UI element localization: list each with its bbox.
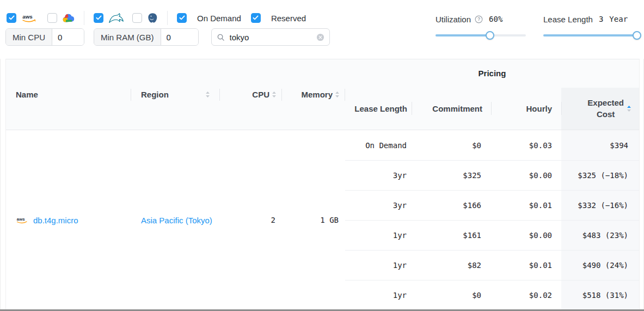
- pricing-row: 1yr $82 $0.01 $490 (24%): [345, 250, 639, 280]
- hourly-cell: $0.01: [491, 191, 561, 220]
- hourly-cell: $0.03: [491, 130, 561, 160]
- expected-cost-cell: $325 (−18%): [561, 161, 639, 190]
- min-ram-filter: Min RAM (GB): [94, 28, 199, 46]
- pricing-row: On Demand $0 $0.03 $394: [345, 130, 639, 160]
- search-input[interactable]: [229, 32, 312, 42]
- expected-cost-cell: $518 (31%): [561, 280, 639, 310]
- value-filters-row: Min CPU Min RAM (GB): [5, 28, 330, 46]
- instance-region-link[interactable]: Asia Pacific (Tokyo): [141, 216, 212, 225]
- mysql-icon: [108, 13, 125, 24]
- hourly-cell: $0.01: [491, 251, 561, 280]
- expected-cost-cell: $332 (−16%): [561, 191, 639, 220]
- help-icon[interactable]: ?: [475, 15, 483, 23]
- pricing-row: 3yr $166 $0.01 $332 (−16%): [345, 190, 639, 220]
- instance-name-cell: aws db.t4g.micro: [6, 216, 131, 225]
- pricing-rows: On Demand $0 $0.03 $394 3yr $325 $0.00 $…: [345, 130, 639, 310]
- instance-region-cell: Asia Pacific (Tokyo): [131, 216, 220, 225]
- hourly-cell: $0.00: [491, 221, 561, 250]
- expected-cost-cell: $394: [561, 130, 639, 160]
- pricing-subheaders: Lease Length Commitment Hourly Expected …: [345, 88, 639, 130]
- filter-group-divider: [167, 11, 168, 25]
- lease-cell: 1yr: [345, 280, 412, 310]
- column-header-name: Name: [6, 59, 131, 130]
- min-ram-input[interactable]: [161, 29, 198, 45]
- lease-cell: 3yr: [345, 161, 412, 190]
- reserved-toggle: Reserved: [251, 13, 306, 23]
- postgresql-icon: [147, 13, 158, 24]
- hourly-cell: $0.02: [491, 280, 561, 310]
- column-header-hourly: Hourly: [491, 88, 561, 130]
- check-icon: [96, 15, 102, 20]
- check-icon: [9, 15, 15, 20]
- commitment-cell: $0: [412, 280, 491, 310]
- lease-length-control: Lease Length 3 Year: [543, 14, 637, 40]
- commitment-cell: $161: [412, 221, 491, 250]
- lease-cell: 3yr: [345, 191, 412, 220]
- instance-memory-cell: 1 GB: [282, 216, 345, 224]
- lease-cell: 1yr: [345, 221, 412, 250]
- gcp-logo-icon: [62, 14, 75, 23]
- lease-cell: 1yr: [345, 251, 412, 280]
- svg-text:?: ?: [477, 16, 480, 22]
- check-icon: [253, 15, 259, 20]
- sort-icon: [272, 91, 277, 98]
- expected-cost-line2: Cost: [597, 109, 615, 119]
- sort-icon: [335, 91, 340, 98]
- min-cpu-label: Min CPU: [6, 29, 52, 45]
- slider-thumb[interactable]: [486, 31, 494, 40]
- mysql-engine-checkbox[interactable]: [94, 13, 103, 23]
- instance-name-link[interactable]: db.t4g.micro: [33, 216, 78, 225]
- column-header-commitment: Commitment: [412, 88, 491, 130]
- column-header-region[interactable]: Region: [131, 59, 220, 130]
- pricing-row: 3yr $325 $0.00 $325 (−18%): [345, 160, 639, 190]
- mysql-engine-toggle: [94, 13, 125, 24]
- min-cpu-input[interactable]: [52, 29, 84, 45]
- price-comparison-app: aws: [0, 0, 644, 311]
- instance-cpu-cell: 2: [220, 216, 282, 224]
- utilization-control: Utilization ? 60%: [436, 14, 526, 40]
- gcp-provider-checkbox[interactable]: [47, 13, 57, 23]
- commitment-cell: $82: [412, 251, 491, 280]
- column-header-memory[interactable]: Memory: [282, 59, 345, 130]
- search-box: [211, 28, 330, 46]
- expected-cost-cell: $483 (23%): [561, 221, 639, 250]
- utilization-label: Utilization: [436, 15, 471, 24]
- slider-fill: [543, 34, 637, 36]
- commitment-cell: $0: [412, 130, 491, 160]
- gcp-provider-toggle: [47, 13, 75, 23]
- min-cpu-filter: Min CPU: [5, 28, 84, 46]
- on-demand-label: On Demand: [197, 14, 241, 23]
- instances-table: Name Region CPU Memory: [5, 59, 640, 310]
- reserved-checkbox[interactable]: [251, 13, 261, 23]
- postgresql-engine-checkbox[interactable]: [132, 13, 142, 23]
- toggle-filters-row: aws: [7, 11, 306, 25]
- slider-fill: [436, 34, 490, 36]
- sort-icon: [205, 91, 210, 98]
- sort-icon-ascending: [627, 105, 631, 112]
- column-header-cpu[interactable]: CPU: [220, 59, 282, 130]
- aws-provider-checkbox[interactable]: [7, 13, 16, 23]
- aws-logo-icon: aws: [21, 13, 38, 23]
- pricing-row: 1yr $161 $0.00 $483 (23%): [345, 220, 639, 250]
- aws-provider-toggle: aws: [7, 13, 38, 23]
- on-demand-checkbox[interactable]: [177, 13, 187, 23]
- column-header-expected-cost[interactable]: Expected Cost: [561, 88, 639, 130]
- clear-search-icon[interactable]: [316, 33, 324, 41]
- expected-cost-cell: $490 (24%): [561, 251, 639, 280]
- utilization-slider[interactable]: [436, 31, 526, 40]
- svg-text:aws: aws: [22, 14, 33, 20]
- slider-thumb[interactable]: [633, 31, 641, 40]
- search-icon: [217, 33, 225, 41]
- check-icon: [179, 15, 185, 20]
- table-header: Name Region CPU Memory: [6, 59, 639, 130]
- utilization-value: 60%: [489, 15, 502, 23]
- column-header-lease-length: Lease Length: [345, 88, 412, 130]
- pricing-row: 1yr $0 $0.02 $518 (31%): [345, 280, 639, 310]
- lease-length-slider[interactable]: [543, 31, 637, 40]
- min-ram-label: Min RAM (GB): [94, 29, 161, 45]
- pricing-header-group: Pricing Lease Length Commitment Hourly E…: [345, 59, 639, 130]
- expected-cost-line1: Expected: [587, 98, 624, 107]
- commitment-cell: $166: [412, 191, 491, 220]
- instance-row: aws db.t4g.micro Asia Pacific (Tokyo) 2 …: [6, 130, 345, 310]
- table-header-left: Name Region CPU Memory: [6, 59, 345, 130]
